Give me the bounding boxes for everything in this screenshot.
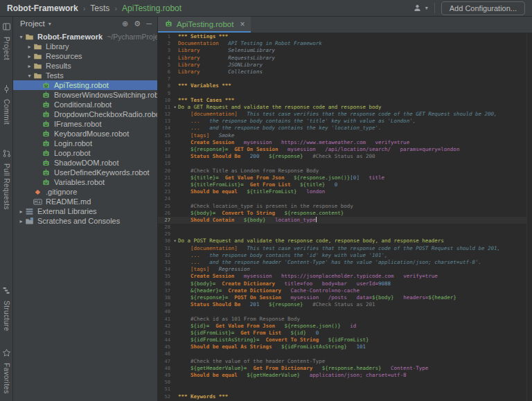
tree-item-resources[interactable]: ▸Resources xyxy=(13,51,157,61)
line-number[interactable]: 8 xyxy=(158,82,172,89)
line-number[interactable]: 37 xyxy=(158,287,172,294)
line-number[interactable]: 26 xyxy=(158,210,172,217)
code-line[interactable]: 22 ${titleFromList}= Get From List ${tit… xyxy=(158,181,532,188)
code-line[interactable]: 28 xyxy=(158,224,532,231)
code-line[interactable]: 12 [documentation] This test case verifi… xyxy=(158,111,532,118)
chevron-collapsed-icon[interactable]: ▸ xyxy=(26,63,33,69)
close-icon[interactable]: × xyxy=(240,20,245,28)
line-number[interactable]: 30 xyxy=(158,238,172,244)
code-line[interactable]: 43 ${idFromList}= Get From List ${id} 0 xyxy=(158,330,532,337)
tree-item-external-libraries[interactable]: ▸External Libraries xyxy=(13,206,157,216)
code-line[interactable]: 9 xyxy=(158,90,532,97)
line-number[interactable]: 20 xyxy=(158,168,172,175)
line-number[interactable]: 43 xyxy=(158,330,172,337)
code-line[interactable]: 40 xyxy=(158,308,532,315)
code-line[interactable]: 18 Status Should Be 200 ${response} #Che… xyxy=(158,153,532,160)
code-line[interactable]: 19 xyxy=(158,160,532,167)
line-number[interactable]: 15 xyxy=(158,132,172,139)
line-number[interactable]: 22 xyxy=(158,181,172,188)
tree-item-robot-framework[interactable]: ▾Robot-Framework~/PycharmProjects/R xyxy=(13,32,157,42)
chevron-collapsed-icon[interactable]: ▸ xyxy=(26,44,33,50)
code-line[interactable]: 7 xyxy=(158,75,532,82)
code-line[interactable]: 51 xyxy=(158,386,532,393)
editor-scrollbar[interactable] xyxy=(526,33,532,401)
code-line[interactable]: 5Library JSONLibrary xyxy=(158,62,532,69)
code-line[interactable]: 46 xyxy=(158,350,532,357)
code-line[interactable]: 23 Should be equal ${titleFromList} lond… xyxy=(158,188,532,195)
code-line[interactable]: 21 ${title}= Get Value From Json ${respo… xyxy=(158,175,532,181)
line-number[interactable]: 47 xyxy=(158,358,172,365)
tree-item-scratches-and-consoles[interactable]: ▸Scratches and Consoles xyxy=(13,216,157,226)
line-number[interactable]: 11 xyxy=(158,104,172,111)
tool-stripe-structure[interactable]: Structure xyxy=(2,285,11,331)
line-number[interactable]: 33 xyxy=(158,259,172,266)
line-number[interactable]: 29 xyxy=(158,231,172,238)
line-number[interactable]: 46 xyxy=(158,350,172,357)
chevron-collapsed-icon[interactable]: ▸ xyxy=(17,218,25,224)
line-number[interactable]: 5 xyxy=(158,62,172,69)
line-number[interactable]: 34 xyxy=(158,266,172,273)
line-number[interactable]: 1 xyxy=(158,33,172,40)
code-line[interactable]: 13 ... the response body contains the 't… xyxy=(158,118,532,125)
tool-stripe-commit[interactable]: Commit xyxy=(2,84,11,125)
line-number[interactable]: 45 xyxy=(158,344,172,350)
code-line[interactable]: 30▾Do a POST Request and validate the re… xyxy=(158,238,532,244)
code-line[interactable]: 35 Create Session mysession https://json… xyxy=(158,273,532,280)
line-number[interactable]: 36 xyxy=(158,280,172,287)
line-number[interactable]: 44 xyxy=(158,337,172,344)
add-configuration-button[interactable]: Add Configuration... xyxy=(441,1,525,15)
tree-item-conditional-robot[interactable]: Conditional.robot xyxy=(13,100,157,109)
line-number[interactable]: 10 xyxy=(158,97,172,104)
fold-icon[interactable]: ▾ xyxy=(172,238,178,244)
line-number[interactable]: 14 xyxy=(158,125,172,132)
line-number[interactable]: 35 xyxy=(158,273,172,280)
code-line[interactable]: 32 ... the response body contains the 'i… xyxy=(158,252,532,259)
code-line[interactable]: 41 #Check id as 101 From Response Body xyxy=(158,316,532,323)
code-line[interactable]: 49 Should be equal ${getHeaderValue} app… xyxy=(158,372,532,379)
line-number[interactable]: 18 xyxy=(158,153,172,160)
tree-item-shadowdom-robot[interactable]: ShadowDOM.robot xyxy=(13,158,157,168)
code-line[interactable]: 1*** Settings *** xyxy=(158,33,532,40)
code-line[interactable]: 25 #Check location_type is present in th… xyxy=(158,203,532,210)
code-line[interactable]: 33 ... and the response header 'Content-… xyxy=(158,259,532,266)
code-line[interactable]: 26 ${body}= Convert To String ${response… xyxy=(158,210,532,217)
tree-item-dropdowncheckboxradio-robot[interactable]: DropdownCheckboxRadio.robot xyxy=(13,109,157,119)
line-number[interactable]: 9 xyxy=(158,90,172,97)
gear-icon[interactable]: ⚙ xyxy=(134,20,141,28)
code-line[interactable]: 36 ${body}= Create Dictionary title=foo … xyxy=(158,280,532,287)
line-number[interactable]: 4 xyxy=(158,55,172,62)
line-number[interactable]: 12 xyxy=(158,111,172,118)
code-line[interactable]: 16 Create Session mysession https://www.… xyxy=(158,139,532,146)
line-number[interactable]: 52 xyxy=(158,393,172,400)
code-line[interactable]: 50 xyxy=(158,379,532,386)
user-icon[interactable] xyxy=(413,3,422,12)
line-number[interactable]: 7 xyxy=(158,75,172,82)
line-number[interactable]: 6 xyxy=(158,69,172,75)
code-line[interactable]: 14 ... and the response body contains th… xyxy=(158,125,532,132)
code-line[interactable]: 2Documentation API Testing in Robot Fram… xyxy=(158,40,532,47)
tree-item-library[interactable]: ▸Library xyxy=(13,42,157,51)
line-number[interactable]: 48 xyxy=(158,365,172,372)
project-panel-title[interactable]: Project xyxy=(20,19,45,28)
line-number[interactable]: 40 xyxy=(158,308,172,315)
code-line[interactable]: 24 xyxy=(158,195,532,202)
line-number[interactable]: 51 xyxy=(158,386,172,393)
code-line[interactable]: 38 ${response}= POST On Session mysessio… xyxy=(158,294,532,301)
line-number[interactable]: 19 xyxy=(158,160,172,167)
tree-item-variables-robot[interactable]: Variables.robot xyxy=(13,177,157,187)
tree-item-tests[interactable]: ▾Tests xyxy=(13,71,157,80)
chevron-expanded-icon[interactable]: ▾ xyxy=(17,34,25,40)
code-line[interactable]: 11▾Do a GET Request and validate the res… xyxy=(158,104,532,111)
tool-stripe-favorites[interactable]: Favorites xyxy=(2,348,11,394)
line-number[interactable]: 24 xyxy=(158,195,172,202)
code-line[interactable]: 8*** Variables *** xyxy=(158,82,532,89)
code-line[interactable]: 39 Status Should Be 201 ${response} #Che… xyxy=(158,301,532,308)
code-line[interactable]: 31 [documentation] This test case verifi… xyxy=(158,245,532,252)
code-line[interactable]: 15 [tags] Smoke xyxy=(158,132,532,139)
line-number[interactable]: 49 xyxy=(158,372,172,379)
code-line[interactable]: 20 #Check Title as London from Response … xyxy=(158,168,532,175)
line-number[interactable]: 21 xyxy=(158,175,172,181)
code-line[interactable]: 17 ${response}= GET On Session mysession… xyxy=(158,146,532,153)
line-number[interactable]: 16 xyxy=(158,139,172,146)
code-line[interactable]: 6Library Collections xyxy=(158,69,532,75)
